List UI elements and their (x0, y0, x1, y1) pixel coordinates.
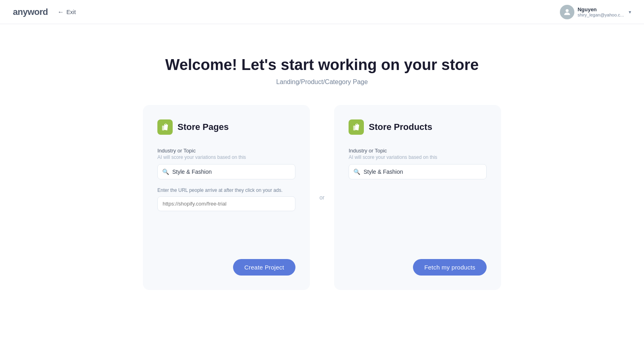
url-input[interactable] (157, 196, 295, 211)
svg-rect-1 (162, 125, 165, 130)
fetch-products-button[interactable]: Fetch my products (413, 259, 487, 276)
search-icon-left: 🔍 (162, 169, 169, 175)
user-name: Nguyen (578, 6, 624, 12)
cards-container: Store Pages Industry or Topic AI will sc… (143, 105, 501, 290)
page-title: Welcome! Let's start working on your sto… (165, 56, 479, 74)
store-products-card: Store Products Industry or Topic AI will… (334, 105, 501, 290)
header-left: anyword ← Exit (13, 7, 76, 17)
page-subtitle: Landing/Product/Category Page (276, 78, 368, 86)
exit-arrow-icon: ← (58, 8, 64, 16)
industry-sublabel-right: AI will score your variations based on t… (349, 154, 487, 160)
user-menu[interactable]: Nguyen shiry_legan@yahoo.c... ▾ (560, 5, 631, 19)
exit-label: Exit (66, 9, 76, 15)
shopify-icon-right (349, 119, 364, 135)
store-pages-footer: Create Project (157, 259, 295, 276)
svg-rect-2 (353, 125, 356, 130)
store-products-title: Store Products (369, 122, 432, 132)
main-content: Welcome! Let's start working on your sto… (0, 24, 644, 362)
store-pages-title: Store Pages (178, 122, 229, 132)
store-pages-card-header: Store Pages (157, 119, 295, 135)
shopify-icon-left (157, 119, 173, 135)
industry-input-wrapper-left: 🔍 (157, 164, 295, 179)
industry-field-right: Industry or Topic AI will score your var… (349, 148, 487, 187)
exit-button[interactable]: ← Exit (58, 8, 76, 16)
industry-label-right: Industry or Topic (349, 148, 487, 154)
store-pages-card: Store Pages Industry or Topic AI will sc… (143, 105, 310, 290)
app-logo: anyword (13, 7, 48, 17)
user-info: Nguyen shiry_legan@yahoo.c... (578, 6, 624, 17)
avatar (560, 5, 574, 19)
user-email: shiry_legan@yahoo.c... (578, 12, 624, 17)
chevron-down-icon: ▾ (629, 9, 631, 15)
url-field: Enter the URL people arrive at after the… (157, 187, 295, 211)
industry-input-left[interactable] (157, 164, 295, 179)
create-project-button[interactable]: Create Project (233, 259, 295, 276)
industry-field-left: Industry or Topic AI will score your var… (157, 148, 295, 187)
industry-input-right[interactable] (349, 164, 487, 179)
logo-text: anyword (13, 7, 48, 17)
industry-input-wrapper-right: 🔍 (349, 164, 487, 179)
industry-sublabel-left: AI will score your variations based on t… (157, 154, 295, 160)
url-label: Enter the URL people arrive at after the… (157, 187, 295, 193)
search-icon-right: 🔍 (353, 169, 360, 175)
industry-label-left: Industry or Topic (157, 148, 295, 154)
svg-point-0 (566, 9, 568, 12)
store-products-footer: Fetch my products (349, 259, 487, 276)
store-products-card-header: Store Products (349, 119, 487, 135)
app-header: anyword ← Exit Nguyen shiry_legan@yahoo.… (0, 0, 644, 24)
or-divider: or (310, 194, 334, 201)
